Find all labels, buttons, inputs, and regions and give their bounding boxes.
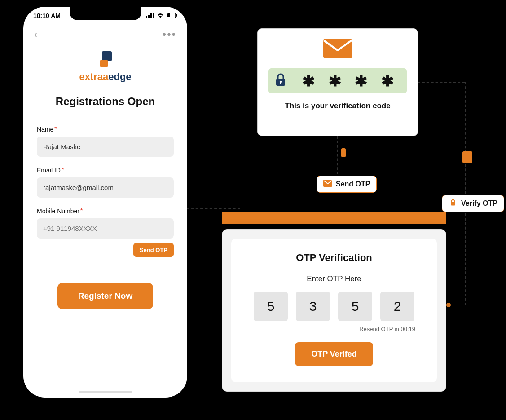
resend-countdown: Resend OTP in 00:19: [244, 326, 424, 332]
required-marker: *: [80, 207, 83, 214]
otp-enter-label: Enter OTP Here: [244, 274, 424, 283]
battery-icon: [167, 12, 177, 19]
code-star: ✱: [329, 72, 341, 90]
svg-rect-12: [451, 202, 455, 205]
signal-icon: [146, 12, 154, 19]
otp-digit-input[interactable]: 5: [338, 292, 372, 321]
svg-rect-7: [323, 39, 352, 58]
register-button[interactable]: Register Now: [57, 283, 154, 309]
envelope-icon: [323, 180, 332, 189]
page-title: Registrations Open: [23, 95, 187, 108]
connector-dot: [445, 302, 452, 308]
required-marker: *: [62, 166, 64, 173]
svg-rect-2: [150, 13, 152, 18]
send-otp-button[interactable]: Send OTP: [133, 243, 174, 257]
back-icon[interactable]: ‹: [34, 29, 37, 40]
verification-caption: This is your verification code: [285, 102, 390, 111]
otp-digit-input[interactable]: 5: [254, 292, 288, 321]
connector-stub: [341, 148, 346, 157]
brand: extraaedge: [23, 51, 187, 83]
email-field[interactable]: [37, 177, 174, 198]
verify-otp-pill-label: Verify OTP: [461, 199, 497, 208]
connector: [465, 82, 466, 194]
status-icons: [146, 12, 177, 19]
code-star: ✱: [302, 72, 315, 90]
brand-logo-icon: [97, 51, 114, 67]
svg-rect-10: [280, 82, 281, 84]
otp-digit-input[interactable]: 2: [380, 292, 414, 321]
svg-rect-6: [167, 13, 170, 17]
code-strip: ✱ ✱ ✱ ✱: [268, 68, 407, 93]
name-field[interactable]: [37, 137, 174, 157]
connector: [418, 82, 465, 83]
status-bar: 10:10 AM: [23, 7, 187, 25]
mobile-field[interactable]: [37, 218, 174, 239]
code-star: ✱: [355, 72, 367, 90]
code-star: ✱: [381, 72, 394, 90]
verify-otp-pill[interactable]: Verify OTP: [442, 195, 504, 212]
clock: 10:10 AM: [33, 12, 61, 19]
phone-frame: 10:10 AM ‹ ••• extraaedge Registrations …: [23, 7, 187, 398]
registration-form: Name* Email ID* Mobile Number* Send OTP …: [23, 113, 187, 312]
otp-title: OTP Verification: [244, 252, 424, 264]
lock-icon: [275, 73, 286, 88]
otp-card: OTP Verification Enter OTP Here 5 3 5 2 …: [231, 239, 437, 382]
otp-digit-input[interactable]: 3: [296, 292, 330, 321]
wifi-icon: [157, 12, 164, 19]
name-label: Name: [37, 126, 53, 133]
mobile-label: Mobile Number: [37, 208, 79, 215]
connector: [186, 208, 240, 209]
notch: [70, 7, 141, 20]
svg-rect-0: [146, 16, 147, 18]
email-label: Email ID: [37, 167, 61, 174]
otp-verified-button[interactable]: OTP Verifed: [295, 342, 373, 366]
required-marker: *: [54, 125, 57, 132]
send-otp-pill[interactable]: Send OTP: [317, 176, 377, 193]
connector: [337, 136, 338, 174]
send-otp-pill-label: Send OTP: [336, 180, 370, 188]
svg-rect-3: [153, 13, 154, 18]
connector-stub: [462, 151, 472, 163]
verification-code-card: ✱ ✱ ✱ ✱ This is your verification code: [257, 28, 418, 136]
otp-section: OTP Verification Enter OTP Here 5 3 5 2 …: [222, 212, 446, 392]
otp-header-bar: [222, 212, 446, 225]
connector: [465, 213, 466, 305]
svg-rect-1: [148, 15, 150, 18]
envelope-icon: [322, 38, 353, 61]
svg-rect-5: [176, 14, 177, 17]
brand-text-prefix: extraa: [79, 71, 108, 82]
home-indicator: [79, 391, 132, 393]
more-icon[interactable]: •••: [163, 32, 176, 37]
masked-code: ✱ ✱ ✱ ✱: [295, 72, 400, 90]
lock-icon: [449, 199, 458, 208]
brand-text-suffix: edge: [108, 71, 131, 82]
